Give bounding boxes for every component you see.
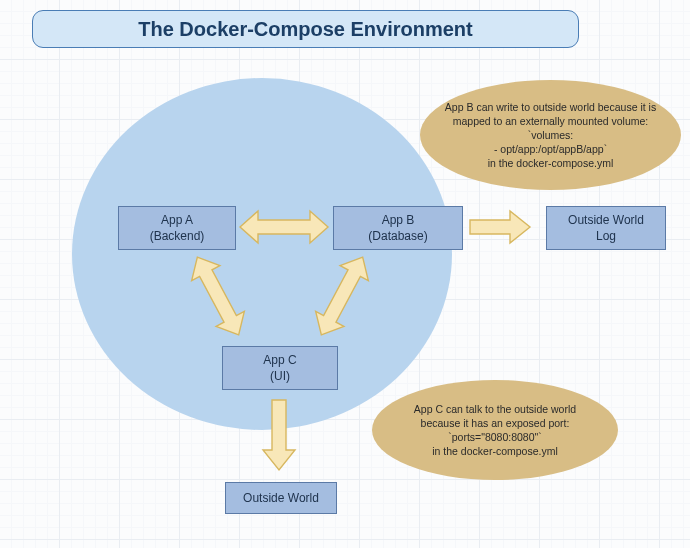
outside-log-l2: Log <box>596 228 616 244</box>
callout-top-l2: mapped to an externally mounted volume: <box>453 114 649 128</box>
callout-top-l3: `volumes: <box>528 128 574 142</box>
node-app-a: App A (Backend) <box>118 206 236 250</box>
node-app-c-title: App C <box>263 352 296 368</box>
callout-top-l5: in the docker-compose.yml <box>488 156 613 170</box>
outside-log-l1: Outside World <box>568 212 644 228</box>
outside-world-l1: Outside World <box>243 490 319 506</box>
callout-bot-l2: because it has an exposed port: <box>421 416 570 430</box>
callout-top-l4: - opt/app:/opt/appB/app` <box>494 142 607 156</box>
node-app-c: App C (UI) <box>222 346 338 390</box>
callout-appc-port: App C can talk to the outside world beca… <box>372 380 618 480</box>
node-outside-world: Outside World <box>225 482 337 514</box>
node-app-b-sub: (Database) <box>368 228 427 244</box>
node-app-a-sub: (Backend) <box>150 228 205 244</box>
node-app-b-title: App B <box>382 212 415 228</box>
callout-appb-volume: App B can write to outside world because… <box>420 80 681 190</box>
node-outside-world-log: Outside World Log <box>546 206 666 250</box>
callout-bot-l1: App C can talk to the outside world <box>414 402 576 416</box>
callout-bot-l4: in the docker-compose.yml <box>432 444 557 458</box>
callout-top-l1: App B can write to outside world because… <box>445 100 656 114</box>
diagram-title: The Docker-Compose Environment <box>32 10 579 48</box>
node-app-b: App B (Database) <box>333 206 463 250</box>
arrow-appb-outsidelog <box>470 211 530 243</box>
callout-bot-l3: `ports="8080:8080"` <box>448 430 542 444</box>
node-app-c-sub: (UI) <box>270 368 290 384</box>
node-app-a-title: App A <box>161 212 193 228</box>
